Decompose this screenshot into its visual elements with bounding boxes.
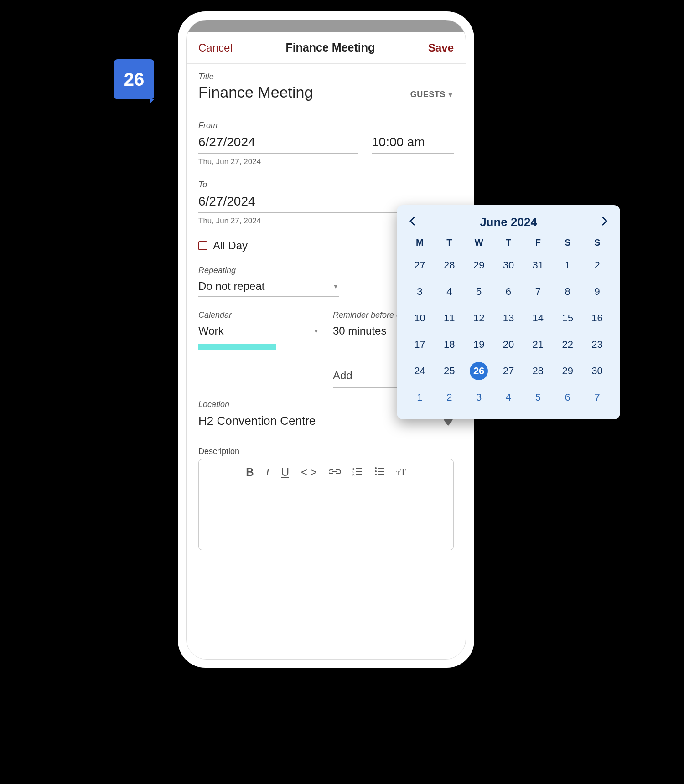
add-label: Add (333, 369, 352, 382)
picker-day[interactable]: 27 (494, 362, 523, 380)
modal-header: Cancel Finance Meeting Save (187, 32, 466, 64)
modal-title: Finance Meeting (285, 41, 375, 54)
picker-day[interactable]: 24 (405, 362, 435, 380)
italic-icon[interactable]: I (266, 466, 269, 479)
description-label: Description (198, 447, 454, 456)
caret-down-icon: ▼ (332, 283, 339, 290)
to-label: To (198, 180, 454, 190)
picker-day[interactable]: 28 (435, 256, 464, 274)
picker-day[interactable]: 19 (464, 335, 494, 354)
picker-day[interactable]: 5 (464, 283, 494, 301)
calendar-select[interactable]: Work ▼ (198, 322, 319, 341)
picker-day[interactable]: 8 (553, 283, 582, 301)
picker-dow: T (435, 237, 464, 248)
picker-day[interactable]: 21 (523, 335, 553, 354)
picker-month: June 2024 (480, 215, 537, 229)
calendar-color-swatch (198, 344, 276, 350)
picker-day[interactable]: 20 (494, 335, 523, 354)
bullet-list-icon[interactable] (374, 466, 384, 479)
picker-day[interactable]: 9 (582, 283, 612, 301)
picker-day[interactable]: 4 (435, 283, 464, 301)
picker-day[interactable]: 18 (435, 335, 464, 354)
picker-day[interactable]: 27 (405, 256, 435, 274)
from-date-sub: Thu, Jun 27, 2024 (198, 157, 454, 166)
svg-rect-7 (378, 468, 384, 469)
picker-day[interactable]: 22 (553, 335, 582, 354)
picker-day[interactable]: 5 (523, 388, 553, 407)
picker-day[interactable]: 14 (523, 309, 553, 327)
from-time-value: 10:00 am (372, 135, 425, 150)
picker-day[interactable]: 3 (464, 388, 494, 407)
svg-rect-1 (356, 468, 362, 469)
picker-day[interactable]: 26 (470, 362, 488, 380)
status-bar (187, 20, 466, 32)
from-date-field[interactable]: 6/27/2024 (198, 132, 358, 154)
picker-day[interactable]: 4 (494, 388, 523, 407)
repeating-select[interactable]: Do not repeat ▼ (198, 277, 339, 297)
picker-day[interactable]: 12 (464, 309, 494, 327)
allday-label: All Day (213, 239, 248, 252)
picker-day[interactable]: 28 (523, 362, 553, 380)
guests-button[interactable]: GUESTS ▼ (410, 90, 454, 104)
from-date-value: 6/27/2024 (198, 135, 255, 150)
title-value: Finance Meeting (198, 83, 403, 101)
date-picker: June 2024 MTWTFSS27282930311234567891011… (397, 205, 620, 419)
guests-label: GUESTS (410, 90, 446, 99)
picker-day[interactable]: 3 (405, 283, 435, 301)
ordered-list-icon[interactable]: 123 (352, 466, 363, 479)
picker-day[interactable]: 29 (553, 362, 582, 380)
cancel-button[interactable]: Cancel (198, 41, 233, 54)
picker-day[interactable]: 2 (435, 388, 464, 407)
description-editor[interactable]: B I U < > 123 TT (198, 459, 454, 550)
picker-dow: T (494, 237, 523, 248)
picker-day[interactable]: 31 (523, 256, 553, 274)
editor-toolbar: B I U < > 123 TT (199, 459, 453, 485)
picker-day[interactable]: 7 (582, 388, 612, 407)
repeating-label: Repeating (198, 266, 339, 275)
svg-rect-9 (378, 471, 384, 472)
svg-rect-5 (356, 474, 362, 475)
to-date-value: 6/27/2024 (198, 194, 255, 209)
location-value: H2 Convention Centre (198, 414, 316, 428)
text-size-icon[interactable]: TT (396, 466, 406, 479)
picker-day[interactable]: 16 (582, 309, 612, 327)
picker-day[interactable]: 25 (435, 362, 464, 380)
calendar-label: Calendar (198, 310, 319, 320)
svg-rect-3 (356, 471, 362, 472)
title-input[interactable]: Finance Meeting (198, 83, 403, 104)
prev-month-button[interactable] (409, 216, 417, 229)
picker-day[interactable]: 17 (405, 335, 435, 354)
underline-icon[interactable]: U (281, 466, 289, 479)
picker-dow: F (523, 237, 553, 248)
picker-day[interactable]: 30 (494, 256, 523, 274)
from-time-field[interactable]: 10:00 am (372, 132, 454, 154)
picker-dow: W (464, 237, 494, 248)
picker-day[interactable]: 13 (494, 309, 523, 327)
title-label: Title (198, 72, 454, 82)
picker-day[interactable]: 6 (553, 388, 582, 407)
link-icon[interactable] (329, 466, 341, 479)
picker-day[interactable]: 11 (435, 309, 464, 327)
picker-day[interactable]: 1 (405, 388, 435, 407)
picker-day[interactable]: 15 (553, 309, 582, 327)
picker-day[interactable]: 30 (582, 362, 612, 380)
code-icon[interactable]: < > (301, 466, 317, 479)
picker-day[interactable]: 10 (405, 309, 435, 327)
save-button[interactable]: Save (428, 41, 454, 54)
calendar-app-badge: 26 (114, 59, 154, 99)
svg-point-8 (375, 470, 377, 472)
picker-day[interactable]: 1 (553, 256, 582, 274)
caret-down-icon: ▼ (313, 327, 319, 335)
picker-dow: S (582, 237, 612, 248)
picker-day[interactable]: 23 (582, 335, 612, 354)
picker-day[interactable]: 2 (582, 256, 612, 274)
next-month-button[interactable] (600, 216, 608, 229)
svg-point-6 (375, 467, 377, 469)
svg-point-10 (375, 474, 377, 475)
bold-icon[interactable]: B (246, 466, 254, 479)
picker-day[interactable]: 29 (464, 256, 494, 274)
picker-day[interactable]: 7 (523, 283, 553, 301)
picker-dow: M (405, 237, 435, 248)
caret-down-icon: ▼ (447, 91, 454, 98)
picker-day[interactable]: 6 (494, 283, 523, 301)
